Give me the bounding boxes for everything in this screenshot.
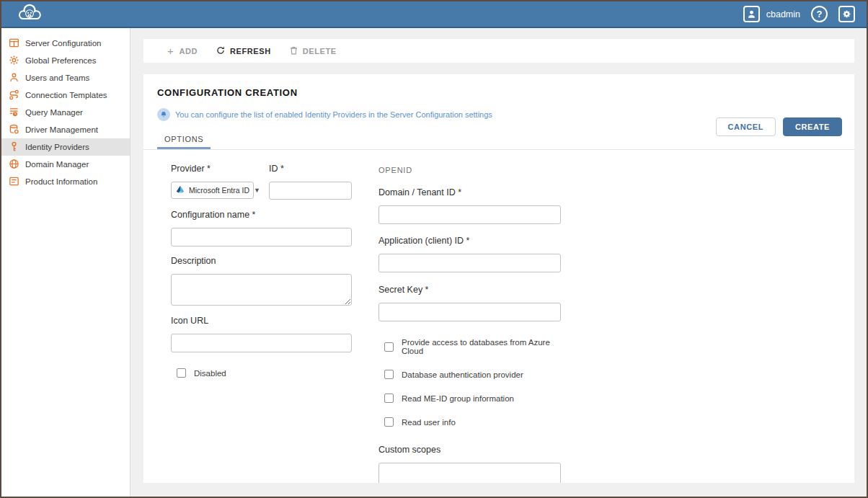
sidebar-item-label: Domain Manager — [25, 160, 89, 169]
sidebar-item-server-configuration[interactable]: Server Configuration — [1, 35, 130, 52]
provider-selected-value: Microsoft Entra ID — [189, 186, 249, 195]
connection-icon — [9, 89, 19, 102]
settings-gear-icon[interactable] — [838, 6, 855, 22]
sidebar-item-label: Server Configuration — [25, 39, 101, 48]
disabled-checkbox-label: Disabled — [194, 369, 226, 378]
sidebar-item-label: Users and Teams — [25, 74, 89, 82]
help-icon[interactable]: ? — [811, 6, 828, 22]
openid-section-heading: OPENID — [378, 166, 561, 174]
configuration-name-input[interactable] — [171, 228, 352, 246]
sidebar-item-label: Connection Templates — [25, 91, 107, 99]
chevron-down-icon: ▼ — [254, 187, 260, 194]
cloudbeaver-logo-icon[interactable] — [16, 3, 43, 25]
database-auth-provider-checkbox[interactable] — [384, 370, 394, 379]
domain-tenant-id-label: Domain / Tenant ID * — [378, 187, 561, 197]
description-textarea[interactable] — [171, 274, 352, 306]
cancel-button[interactable]: CANCEL — [716, 117, 776, 136]
sidebar-item-label: Query Manager — [25, 108, 83, 117]
admin-sidebar: Server Configuration Global Preferences — [1, 28, 130, 497]
add-button[interactable]: + ADD — [167, 45, 198, 56]
icon-url-label: Icon URL — [171, 316, 352, 326]
info-icon — [9, 176, 19, 188]
custom-scopes-textarea[interactable] — [378, 463, 561, 483]
bell-icon — [157, 108, 170, 121]
secret-key-label: Secret Key * — [378, 285, 561, 295]
configuration-form: Provider * Microsoft Entra ID — [143, 150, 854, 483]
sidebar-item-connection-templates[interactable]: Connection Templates — [1, 86, 130, 104]
sidebar-item-label: Global Preferences — [25, 56, 96, 65]
sidebar-item-domain-manager[interactable]: Domain Manager — [1, 156, 130, 173]
content-area: + ADD REFRESH — [130, 28, 867, 497]
sidebar-item-label: Driver Management — [25, 125, 98, 134]
sidebar-item-query-manager[interactable]: Query Manager — [1, 104, 130, 121]
sidebar-item-product-information[interactable]: Product Information — [1, 173, 130, 190]
sidebar-item-driver-management[interactable]: Driver Management — [1, 121, 130, 138]
page-title: CONFIGURATION CREATION — [143, 87, 854, 98]
configuration-creation-panel: CONFIGURATION CREATION You can configure… — [143, 74, 854, 483]
trash-icon — [290, 46, 298, 56]
id-input[interactable] — [269, 182, 352, 200]
domain-tenant-id-input[interactable] — [378, 205, 561, 224]
provider-select[interactable]: Microsoft Entra ID ▼ — [171, 182, 254, 199]
plus-icon: + — [167, 45, 174, 56]
server-configuration-icon — [9, 37, 19, 50]
azure-cloud-access-checkbox[interactable] — [384, 342, 394, 352]
database-icon — [9, 124, 19, 136]
query-icon — [9, 107, 19, 119]
provider-label: Provider * — [171, 164, 254, 174]
username-label: cbadmin — [766, 9, 800, 19]
key-icon — [9, 141, 19, 154]
tab-options[interactable]: OPTIONS — [157, 135, 211, 149]
gear-icon — [9, 55, 19, 67]
id-label: ID * — [269, 164, 352, 174]
custom-scopes-label: Custom scopes — [378, 445, 561, 455]
sidebar-item-identity-providers[interactable]: Identity Providers — [1, 138, 130, 156]
info-message-text: You can configure the list of enabled Id… — [175, 110, 492, 119]
description-label: Description — [171, 256, 352, 266]
read-user-info-checkbox[interactable] — [384, 417, 394, 427]
application-client-id-input[interactable] — [378, 254, 561, 272]
user-icon — [9, 72, 19, 84]
icon-url-input[interactable] — [171, 334, 352, 352]
sidebar-item-label: Product Information — [25, 177, 97, 186]
refresh-button[interactable]: REFRESH — [216, 46, 271, 56]
delete-button[interactable]: DELETE — [290, 46, 337, 56]
tab-bar: OPTIONS CANCEL CREATE — [143, 123, 854, 150]
read-meid-group-checkbox[interactable] — [384, 393, 394, 403]
user-menu[interactable]: cbadmin — [743, 6, 800, 22]
sidebar-item-global-preferences[interactable]: Global Preferences — [1, 52, 130, 69]
topbar: cbadmin ? — [1, 1, 867, 28]
globe-icon — [9, 159, 19, 171]
sidebar-item-label: Identity Providers — [25, 143, 89, 151]
application-client-id-label: Application (client) ID * — [378, 236, 561, 246]
configuration-name-label: Configuration name * — [171, 210, 352, 220]
create-button[interactable]: CREATE — [783, 117, 842, 136]
user-avatar-icon — [743, 6, 760, 22]
sidebar-item-users-and-teams[interactable]: Users and Teams — [1, 69, 130, 86]
disabled-checkbox[interactable] — [177, 368, 186, 378]
secret-key-input[interactable] — [378, 303, 561, 321]
refresh-icon — [216, 46, 225, 56]
toolbar: + ADD REFRESH — [143, 39, 854, 63]
microsoft-entra-id-icon — [176, 185, 185, 195]
